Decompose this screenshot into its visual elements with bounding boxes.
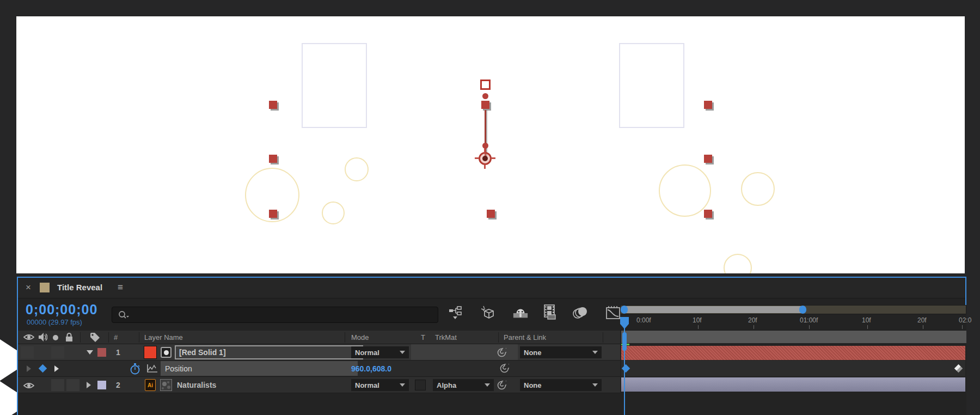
mode-column-header[interactable]: Mode (351, 333, 369, 341)
parent-value: None (524, 381, 542, 389)
ruler-label-2: 20f (748, 316, 757, 324)
motion-path-end-keyframe[interactable] (480, 80, 491, 90)
ruler-label-5: 20f (917, 316, 927, 324)
parent-dropdown[interactable]: None (520, 346, 602, 358)
solo-toggle-cell[interactable] (51, 346, 64, 358)
tab-title[interactable]: Title Reveal (57, 283, 102, 292)
trkmat-column-header[interactable]: TrkMat (435, 333, 457, 341)
current-timecode[interactable]: 0;00;00;00 (26, 302, 97, 318)
layer-index: 1 (116, 348, 120, 357)
track-area[interactable] (620, 331, 966, 415)
blend-mode-value: Normal (355, 349, 379, 357)
label-color-swatch[interactable] (97, 348, 106, 357)
timeline-tab-bar: × Title Reveal ≡ (18, 278, 965, 298)
label-color-swatch[interactable] (97, 381, 106, 389)
keyframe-diamond-start[interactable] (622, 364, 630, 373)
layer-thumbnail-icon (160, 379, 172, 391)
ruler-label-0: 0:00f (636, 316, 651, 324)
video-toggle-cell[interactable] (21, 346, 34, 358)
keyframe-diamond-end[interactable] (954, 364, 963, 373)
stopwatch-icon[interactable] (129, 363, 141, 375)
anchor-spike-top (484, 149, 486, 153)
blend-mode-dropdown[interactable]: Normal (351, 379, 409, 391)
layer-expand-arrow-icon[interactable] (87, 350, 93, 355)
layer-handle-mid-left[interactable] (269, 155, 277, 163)
shy-layers-icon[interactable] (512, 305, 529, 321)
playhead-handle[interactable] (622, 332, 627, 351)
property-name: Position (165, 364, 192, 373)
property-pick-whip-icon[interactable] (500, 364, 509, 373)
layer-name-field[interactable]: [Red Solid 1] (175, 345, 363, 359)
trkmat-dropdown[interactable]: Alpha (433, 379, 494, 391)
navigator-end-handle[interactable] (799, 306, 806, 314)
audio-column-speaker-icon[interactable] (38, 332, 47, 342)
t-column-header[interactable]: T (421, 333, 425, 341)
layer-name-column-header[interactable]: Layer Name (144, 333, 183, 341)
parent-pick-whip-icon[interactable] (497, 348, 506, 357)
ruler-label-4: 10f (862, 316, 871, 324)
parent-link-column-header[interactable]: Parent & Link (504, 333, 546, 341)
keyframe-nav-diamond-icon[interactable] (39, 364, 47, 373)
layer-handle-mid-right[interactable] (704, 155, 712, 163)
draft-3d-icon[interactable] (480, 305, 496, 321)
layer-name-text[interactable]: Naturalists (177, 381, 216, 389)
comp-swatch-icon (40, 283, 50, 292)
layer-bar-naturalists[interactable] (621, 377, 965, 392)
anchor-spike-bottom (484, 164, 486, 169)
layer-handle-bottom-center[interactable] (487, 210, 495, 218)
index-column-header[interactable]: # (114, 333, 118, 341)
position-property-row[interactable]: Position 960.0,608.0 (18, 361, 620, 377)
panel-menu-icon[interactable]: ≡ (118, 282, 122, 293)
column-header-row: # Layer Name Mode T TrkMat Parent & Link (18, 331, 620, 344)
solo-column-icon[interactable] (53, 335, 58, 340)
ruler-label-1: 10f (693, 316, 702, 324)
anchor-spike-left (475, 157, 479, 159)
motion-blur-icon[interactable] (572, 305, 589, 321)
position-value[interactable]: 960.0,608.0 (351, 364, 391, 373)
artwork-rect-right (619, 43, 684, 128)
layer-index: 2 (116, 381, 120, 389)
label-column-tag-icon[interactable] (89, 332, 100, 343)
position-keyframe-track[interactable] (621, 361, 965, 376)
comp-mini-flowchart-icon[interactable] (448, 305, 464, 321)
lock-toggle-cell[interactable] (66, 379, 79, 391)
artwork-circle-small-left-1 (345, 157, 369, 181)
layer-handle-top-left[interactable] (269, 101, 277, 109)
layer-row-red-solid[interactable]: 1 [Red Solid 1] Normal None (18, 344, 620, 361)
parent-dropdown[interactable]: None (520, 379, 602, 391)
timeline-navigator-thumb[interactable] (621, 306, 805, 313)
navigator-start-handle[interactable] (621, 306, 628, 314)
layer-collapse-arrow-icon[interactable] (87, 382, 91, 388)
timeline-navigator-track[interactable] (620, 305, 966, 314)
search-input[interactable] (112, 307, 438, 323)
property-name-highlight[interactable]: Position (161, 361, 358, 376)
video-column-eye-icon[interactable] (23, 333, 34, 341)
lock-column-icon[interactable] (65, 332, 74, 342)
layer-handle-top-center[interactable] (481, 101, 489, 109)
ruler-label-3: 01:00f (800, 316, 818, 324)
motion-path-dot-bottom[interactable] (482, 143, 488, 149)
blend-mode-dropdown[interactable]: Normal (351, 346, 409, 358)
layer-handle-top-right[interactable] (704, 101, 712, 109)
layer-row-naturalists[interactable]: 2 Ai Naturalists Normal Alpha (18, 377, 620, 393)
parent-pick-whip-icon[interactable] (497, 381, 506, 390)
prev-keyframe-icon[interactable] (27, 365, 31, 372)
graph-editor-icon[interactable] (605, 304, 621, 321)
motion-path-dot-top[interactable] (482, 93, 488, 99)
composition-viewer[interactable] (16, 16, 965, 273)
next-keyframe-icon[interactable] (54, 365, 59, 372)
velocity-graph-icon[interactable] (146, 364, 158, 374)
layer-bar-red-solid[interactable] (621, 346, 965, 360)
tab-close-icon[interactable]: × (26, 282, 31, 293)
solo-toggle-cell[interactable] (51, 379, 64, 391)
layer-handle-bottom-right[interactable] (704, 210, 712, 218)
layer-name-text: [Red Solid 1] (179, 348, 226, 357)
frame-blending-icon[interactable] (542, 304, 559, 320)
solid-color-thumbnail[interactable] (144, 346, 157, 359)
time-ruler[interactable]: 0:00f 10f 20f 01:00f 10f 20f 02:0 (620, 314, 966, 331)
preserve-transparency-checkbox[interactable] (415, 380, 426, 390)
layer-handle-bottom-left[interactable] (269, 210, 277, 218)
blend-mode-value: Normal (355, 381, 379, 389)
layer-visibility-eye-icon[interactable] (23, 382, 34, 389)
anchor-point-core (482, 156, 488, 161)
